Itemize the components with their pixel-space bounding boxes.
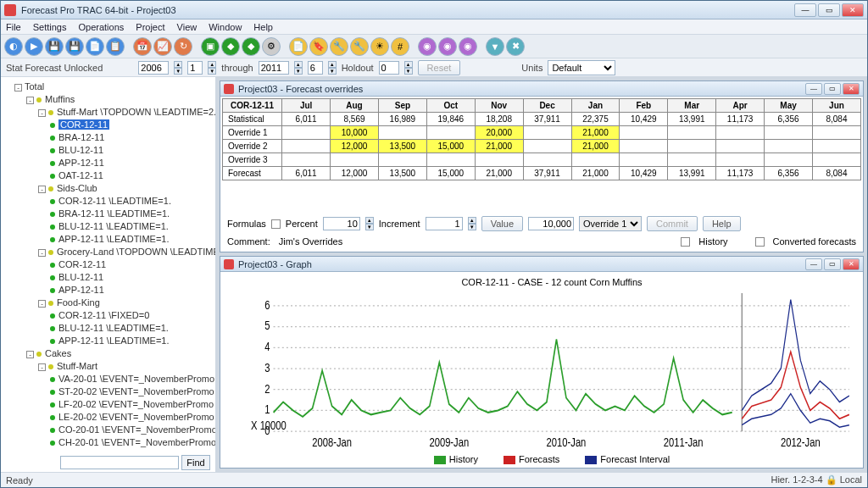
tb-y1-icon[interactable]: 📄: [289, 37, 308, 56]
tb-open-icon[interactable]: ▶: [25, 37, 43, 56]
graph-max-button[interactable]: ▭: [824, 258, 841, 270]
tb-run1-icon[interactable]: ▣: [201, 37, 220, 56]
tb-y5-icon[interactable]: ☀: [370, 37, 389, 56]
tb-y3-icon[interactable]: 🔧: [330, 37, 348, 56]
tree-leaf[interactable]: APP-12-11 \LEADTIME=1.: [50, 335, 214, 347]
grid-cell[interactable]: [812, 126, 860, 140]
menu-view[interactable]: View: [177, 22, 198, 32]
units-select[interactable]: Default: [548, 60, 615, 75]
tree-leaf[interactable]: BLU-12-11: [50, 271, 214, 284]
grid-cell[interactable]: [620, 153, 668, 167]
tree-leaf[interactable]: CO-20-01 \EVENT=_NovemberPromo: [50, 424, 214, 436]
tree-leaf[interactable]: ST-20-02 \EVENT=_NovemberPromo: [50, 385, 214, 398]
grid-cell[interactable]: 13,500: [378, 167, 426, 180]
grid-cell[interactable]: 8,084: [812, 167, 860, 180]
grid-cell[interactable]: [812, 153, 860, 167]
tree-leaf[interactable]: APP-12-11: [50, 157, 214, 169]
grid-cell[interactable]: 10,429: [620, 113, 668, 126]
menu-settings[interactable]: Settings: [33, 22, 67, 32]
tb-p1-icon[interactable]: ◉: [418, 37, 437, 56]
hierarchy-tree[interactable]: -Total-Muffins-Stuff-Mart \TOPDOWN \LEAD…: [1, 77, 216, 472]
grid-cell[interactable]: 10,000: [331, 126, 379, 140]
grid-cell[interactable]: 6,011: [282, 113, 331, 126]
grid-cell[interactable]: [716, 153, 765, 167]
tb-p2-icon[interactable]: ◉: [438, 37, 457, 56]
tree-leaf[interactable]: COR-12-11: [50, 258, 214, 271]
ovr-min-button[interactable]: —: [805, 83, 822, 95]
grid-cell[interactable]: 21,000: [571, 167, 620, 180]
grid-cell[interactable]: 12,000: [331, 140, 379, 153]
tb-y2-icon[interactable]: 🔖: [309, 37, 328, 56]
menu-help[interactable]: Help: [253, 22, 273, 32]
value-button[interactable]: Value: [481, 216, 523, 231]
menu-window[interactable]: Window: [209, 22, 242, 32]
tb-y4-icon[interactable]: 🔧: [350, 37, 369, 56]
tb-tools-icon[interactable]: ✖: [506, 37, 525, 56]
grid-cell[interactable]: 15,000: [426, 140, 475, 153]
tb-filter-icon[interactable]: ▼: [486, 37, 504, 56]
tb-copy-icon[interactable]: 📄: [86, 37, 104, 56]
grid-cell[interactable]: 21,000: [475, 167, 523, 180]
tb-recalc-icon[interactable]: ↻: [174, 37, 192, 56]
overrides-grid[interactable]: COR-12-11JulAugSepOctNovDecJanFebMarAprM…: [222, 98, 861, 180]
grid-cell[interactable]: 13,991: [668, 167, 716, 180]
grid-cell[interactable]: 12,000: [331, 167, 379, 180]
ovr-max-button[interactable]: ▭: [824, 83, 841, 95]
grid-cell[interactable]: 13,991: [668, 113, 716, 126]
tb-new-icon[interactable]: ◐: [4, 37, 23, 56]
tree-leaf[interactable]: LF-20-02 \EVENT=_NovemberPromo: [50, 398, 214, 411]
tree-find-input[interactable]: [60, 456, 179, 469]
tb-saveall-icon[interactable]: 💾: [65, 37, 84, 56]
grid-cell[interactable]: 21,000: [571, 126, 620, 140]
grid-cell[interactable]: 11,173: [716, 167, 765, 180]
grid-cell[interactable]: 20,000: [475, 126, 523, 140]
maximize-button[interactable]: ▭: [818, 3, 840, 17]
help-button[interactable]: Help: [703, 216, 741, 231]
grid-cell[interactable]: 15,000: [426, 167, 475, 180]
grid-cell[interactable]: 19,846: [426, 113, 475, 126]
grid-cell[interactable]: [668, 153, 716, 167]
grid-cell[interactable]: 37,911: [523, 113, 571, 126]
grid-cell[interactable]: 22,375: [571, 113, 620, 126]
grid-cell[interactable]: 21,000: [571, 140, 620, 153]
grid-cell[interactable]: [282, 126, 331, 140]
grid-cell[interactable]: [523, 153, 571, 167]
tree-leaf[interactable]: APP-12-11: [50, 284, 214, 297]
holdout-input[interactable]: [379, 61, 399, 75]
grid-cell[interactable]: [282, 140, 331, 153]
tree-leaf[interactable]: COR-12-11 \FIXED=0: [50, 309, 214, 322]
tree-leaf[interactable]: BLU-12-11: [50, 144, 214, 157]
grid-cell[interactable]: [620, 126, 668, 140]
grid-cell[interactable]: [716, 126, 765, 140]
grid-cell[interactable]: [523, 126, 571, 140]
percent-input[interactable]: [323, 217, 360, 230]
tb-chart-icon[interactable]: 📈: [153, 37, 172, 56]
year-from-input[interactable]: [138, 61, 169, 75]
menu-file[interactable]: File: [6, 22, 21, 32]
graph-close-button[interactable]: ✕: [843, 258, 860, 270]
grid-cell[interactable]: [620, 140, 668, 153]
tree-leaf[interactable]: VA-20-01 \EVENT=_NovemberPromo: [50, 373, 214, 385]
to-step[interactable]: [308, 61, 323, 75]
grid-cell[interactable]: 6,356: [765, 167, 813, 180]
grid-cell[interactable]: 8,084: [812, 113, 860, 126]
tb-save-icon[interactable]: 💾: [45, 37, 64, 56]
grid-cell[interactable]: 13,500: [378, 140, 426, 153]
value-input[interactable]: [528, 217, 574, 230]
grid-cell[interactable]: [378, 153, 426, 167]
grid-cell[interactable]: [378, 126, 426, 140]
formulas-check[interactable]: [271, 219, 281, 229]
grid-cell[interactable]: [426, 126, 475, 140]
increment-input[interactable]: [426, 217, 463, 230]
tree-leaf[interactable]: BLU-12-11 \LEADTIME=1.: [50, 322, 214, 335]
grid-cell[interactable]: [426, 153, 475, 167]
tree-leaf[interactable]: OAT-12-11: [50, 169, 214, 182]
tb-paste-icon[interactable]: 📋: [106, 37, 125, 56]
year-to-input[interactable]: [259, 61, 289, 75]
tree-find-button[interactable]: Find: [181, 455, 210, 470]
reset-button[interactable]: Reset: [418, 60, 461, 75]
grid-cell[interactable]: [765, 140, 813, 153]
grid-cell[interactable]: 37,911: [523, 167, 571, 180]
converted-check[interactable]: [755, 237, 765, 247]
close-button[interactable]: ✕: [842, 3, 864, 17]
